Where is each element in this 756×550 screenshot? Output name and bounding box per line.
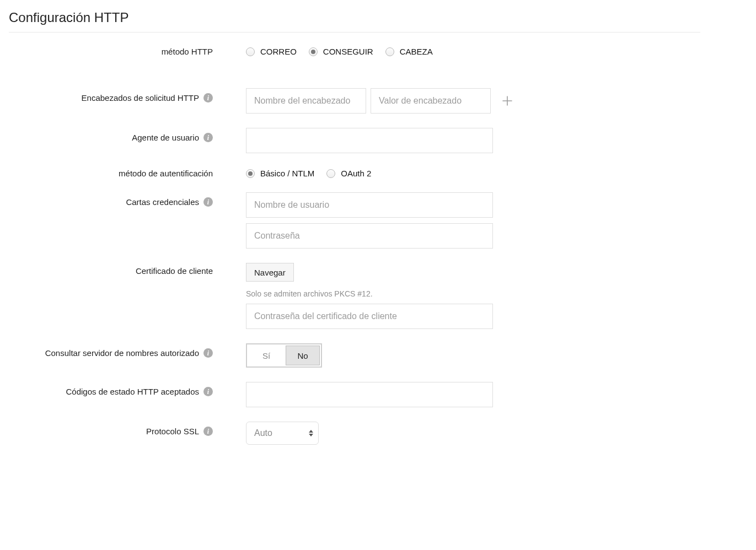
page-title: Configuración HTTP <box>9 10 700 25</box>
password-input[interactable] <box>246 223 493 249</box>
header-name-input[interactable] <box>246 88 366 114</box>
http-method-post-label: CORREO <box>260 47 297 56</box>
http-method-get-label: CONSEGUIR <box>323 47 373 56</box>
http-method-head-radio[interactable]: CABEZA <box>385 47 433 56</box>
auth-method-label: método de autentificación <box>119 169 213 178</box>
info-icon[interactable]: i <box>203 93 213 103</box>
http-method-head-label: CABEZA <box>400 47 433 56</box>
ns-toggle: Sí No <box>246 343 322 368</box>
radio-icon <box>385 47 394 56</box>
auth-oauth2-label: OAuth 2 <box>341 169 371 178</box>
radio-icon <box>326 169 335 178</box>
add-header-button[interactable] <box>501 94 514 107</box>
radio-icon <box>309 47 318 56</box>
accepted-status-input[interactable] <box>246 382 493 407</box>
accepted-status-label: Códigos de estado HTTP aceptados <box>66 387 199 396</box>
info-icon[interactable]: i <box>203 427 213 436</box>
ns-toggle-yes[interactable]: Sí <box>248 346 285 365</box>
client-cert-password-input[interactable] <box>246 304 493 329</box>
header-value-input[interactable] <box>371 88 491 114</box>
ns-toggle-no[interactable]: No <box>286 346 320 365</box>
auth-basic-radio[interactable]: Básico / NTLM <box>246 169 314 178</box>
http-method-post-radio[interactable]: CORREO <box>246 47 297 56</box>
credentials-label: Cartas credenciales <box>126 197 199 207</box>
ssl-protocol-selected: Auto <box>254 428 272 438</box>
info-icon[interactable]: i <box>203 197 213 207</box>
request-headers-label: Encabezados de solicitud HTTP <box>82 93 199 103</box>
info-icon[interactable]: i <box>203 133 213 142</box>
radio-icon <box>246 169 255 178</box>
browse-button[interactable]: Navegar <box>246 263 294 282</box>
auth-oauth2-radio[interactable]: OAuth 2 <box>326 169 371 178</box>
client-cert-help: Solo se admiten archivos PKCS #12. <box>246 289 700 298</box>
divider <box>9 32 700 33</box>
http-method-get-radio[interactable]: CONSEGUIR <box>309 47 373 56</box>
client-cert-label: Certificado de cliente <box>136 266 213 276</box>
info-icon[interactable]: i <box>203 348 213 358</box>
user-agent-input[interactable] <box>246 128 493 153</box>
ssl-protocol-label: Protocolo SSL <box>146 427 199 436</box>
ssl-protocol-select[interactable]: Auto <box>246 422 319 445</box>
auth-basic-label: Básico / NTLM <box>260 169 314 178</box>
auth-method-radio-group: Básico / NTLM OAuth 2 <box>246 168 700 178</box>
username-input[interactable] <box>246 192 493 218</box>
info-icon[interactable]: i <box>203 387 213 396</box>
http-method-radio-group: CORREO CONSEGUIR CABEZA <box>246 46 700 56</box>
user-agent-label: Agente de usuario <box>132 133 199 142</box>
radio-icon <box>246 47 255 56</box>
consult-ns-label: Consultar servidor de nombres autorizado <box>45 348 199 358</box>
http-method-label: método HTTP <box>162 47 213 56</box>
